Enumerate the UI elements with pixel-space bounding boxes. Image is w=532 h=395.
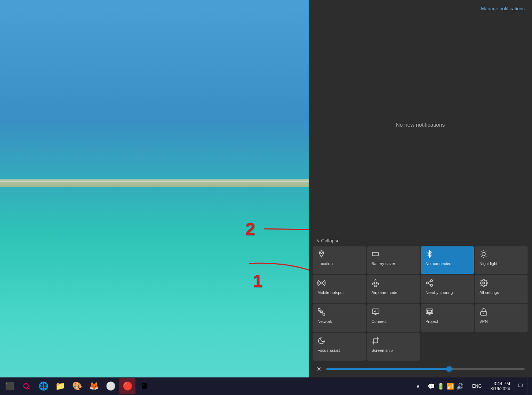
svg-point-15	[427, 282, 429, 284]
tray-wifi-icon: 📶	[447, 383, 454, 390]
tray-chevron-icon: ∧	[416, 383, 420, 390]
svg-point-16	[431, 284, 433, 287]
horizon-line	[0, 181, 313, 182]
svg-rect-20	[318, 309, 320, 311]
svg-point-14	[431, 280, 433, 282]
brightness-section: ☀	[309, 361, 532, 377]
svg-line-8	[486, 256, 486, 257]
svg-line-36	[28, 388, 29, 389]
tile-bluetooth[interactable]: Not connected	[421, 246, 474, 274]
network-label: Network	[317, 319, 361, 324]
brightness-track-fill	[326, 368, 449, 370]
action-center-icon: 🗨	[517, 383, 523, 390]
tray-icons-area[interactable]: 💬 🔋 📶 🔊	[425, 378, 466, 394]
tile-vpn[interactable]: VPN	[475, 304, 528, 332]
mobile-hotspot-label: Mobile hotspot	[317, 290, 361, 295]
svg-point-35	[24, 384, 29, 388]
svg-point-19	[483, 282, 485, 284]
action-center-panel: Manage notifications No new notification…	[309, 0, 532, 377]
focus-assist-label: Focus assist	[317, 348, 361, 353]
taskbar-icon-chrome[interactable]: ⚪	[103, 378, 119, 394]
beach-area	[0, 179, 313, 187]
svg-point-2	[321, 252, 323, 254]
network-icon	[317, 308, 361, 317]
taskbar-icon-rdp[interactable]: 🖥	[136, 378, 152, 394]
vpn-label: VPN	[480, 319, 524, 324]
taskbar-icon-app1[interactable]: 🔴	[119, 378, 135, 394]
focus-assist-icon	[317, 337, 361, 346]
clock-date: 8/16/2024	[491, 386, 510, 391]
bluetooth-icon	[425, 250, 469, 259]
tile-screen-snip[interactable]: Screen snip	[367, 333, 420, 361]
collapse-button[interactable]: ∧ Collapse	[316, 238, 525, 243]
taskbar-icon-start[interactable]: ⬛	[1, 378, 18, 394]
action-center-tray-button[interactable]: 🗨	[514, 378, 526, 394]
language-label: ENG	[471, 384, 483, 389]
svg-line-11	[481, 256, 481, 257]
night-light-label: Night light	[480, 261, 524, 266]
tray-volume-icon: 🔊	[456, 383, 464, 390]
screen-snip-icon	[372, 337, 416, 346]
all-settings-label: All settings	[480, 290, 524, 295]
tray-battery-icon: 🔋	[437, 383, 444, 390]
brightness-icon: ☀	[316, 365, 322, 373]
battery-saver-label: Battery saver	[372, 261, 416, 266]
project-icon	[425, 308, 469, 317]
all-settings-icon	[480, 279, 524, 288]
tile-focus-assist[interactable]: Focus assist	[313, 333, 366, 361]
connect-icon	[372, 308, 416, 317]
collapse-chevron-icon: ∧	[316, 238, 320, 243]
manage-notifications-button[interactable]: Manage notifications	[481, 6, 525, 11]
svg-rect-32	[428, 310, 432, 312]
bluetooth-label: Not connected	[425, 261, 469, 266]
collapse-section: ∧ Collapse	[309, 235, 532, 246]
battery-saver-icon	[372, 250, 416, 259]
svg-line-17	[428, 283, 431, 285]
nearby-sharing-label: Nearby sharing	[425, 290, 469, 295]
connect-label: Connect	[372, 319, 416, 324]
brightness-thumb	[447, 366, 452, 372]
svg-line-7	[481, 251, 481, 252]
location-icon	[317, 250, 361, 259]
tile-project[interactable]: Project	[421, 304, 474, 332]
tile-location[interactable]: Location	[313, 246, 366, 274]
tray-hidden-icons[interactable]: ∧	[413, 378, 423, 394]
tile-all-settings[interactable]: All settings	[475, 275, 528, 303]
taskbar-icon-paint[interactable]: 🎨	[69, 378, 85, 394]
airplane-mode-label: Airplane mode	[372, 290, 416, 295]
tile-mobile-hotspot[interactable]: Mobile hotspot	[313, 275, 366, 303]
clock-time: 3:44 PM	[494, 381, 510, 386]
svg-line-18	[428, 281, 431, 283]
mobile-hotspot-icon	[317, 279, 361, 288]
tile-network[interactable]: Network	[313, 304, 366, 332]
tile-connect[interactable]: Connect	[367, 304, 420, 332]
show-desktop-button[interactable]	[528, 378, 531, 394]
tray-language[interactable]: ENG	[468, 378, 486, 394]
taskbar-icon-edge[interactable]: 🌐	[35, 378, 51, 394]
brightness-slider[interactable]	[326, 368, 525, 370]
clock-area[interactable]: 3:44 PM 8/16/2024	[488, 378, 513, 394]
taskbar-right-area: ∧ 💬 🔋 📶 🔊 ENG 3:44 PM 8/16/2024 🗨	[413, 378, 531, 394]
taskbar: ⬛ 🌐 📁 🎨 🦊 ⚪ 🔴 🖥 ∧ 💬 🔋 📶 🔊 ENG 3:44 PM 8/…	[0, 377, 532, 395]
airplane-mode-icon	[372, 279, 416, 288]
tile-night-light[interactable]: Night light	[475, 246, 528, 274]
night-light-icon	[480, 250, 524, 259]
taskbar-icon-firefox[interactable]: 🦊	[86, 378, 102, 394]
taskbar-icon-search[interactable]	[18, 378, 34, 394]
tile-airplane-mode[interactable]: Airplane mode	[367, 275, 420, 303]
svg-point-4	[482, 252, 485, 256]
svg-line-12	[486, 251, 486, 252]
screen-snip-label: Screen snip	[372, 348, 416, 353]
svg-rect-3	[372, 252, 378, 256]
nearby-sharing-icon	[425, 279, 469, 288]
no-notifications-text: No new notifications	[396, 122, 445, 128]
location-label: Location	[317, 261, 361, 266]
taskbar-icon-explorer[interactable]: 📁	[52, 378, 68, 394]
tile-battery-saver[interactable]: Battery saver	[367, 246, 420, 274]
tray-notifications-icon: 💬	[428, 383, 435, 390]
svg-rect-22	[323, 313, 325, 316]
tile-nearby-sharing[interactable]: Nearby sharing	[421, 275, 474, 303]
action-center-header: Manage notifications	[309, 0, 532, 14]
svg-point-13	[320, 282, 323, 284]
vpn-icon	[480, 308, 524, 317]
